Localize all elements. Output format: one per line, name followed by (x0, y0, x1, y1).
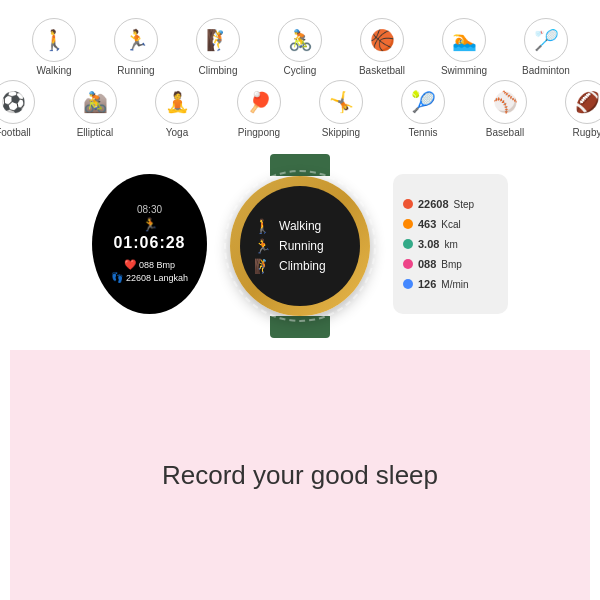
pingpong-icon: 🏓 (237, 80, 281, 124)
pingpong-label: Pingpong (238, 127, 280, 138)
activity-grid: 🚶 Walking 🏃 Running 🧗 Climbing 🚴 Cycling… (10, 18, 590, 138)
stat-steps: 22608 Step (403, 198, 498, 210)
menu-running[interactable]: 🏃 Running (254, 238, 346, 254)
rugby-icon: 🏈 (565, 80, 600, 124)
badminton-label: Badminton (522, 65, 570, 76)
activity-football[interactable]: ⚽ Football (0, 80, 47, 138)
kcal-unit: Kcal (441, 219, 460, 230)
running-icon: 🏃 (114, 18, 158, 62)
steps-unit: Step (454, 199, 475, 210)
climbing-menu-icon: 🧗 (254, 258, 271, 274)
running-label: Running (117, 65, 154, 76)
yoga-label: Yoga (166, 127, 188, 138)
heart-rate-value: 088 Bmp (139, 260, 175, 270)
activity-badminton[interactable]: 🏸 Badminton (512, 18, 580, 76)
walking-label: Walking (36, 65, 71, 76)
watch-screen: 🚶 Walking 🏃 Running 🧗 Climbing (240, 186, 360, 306)
activity-walking[interactable]: 🚶 Walking (20, 18, 88, 76)
stat-kcal: 463 Kcal (403, 218, 498, 230)
climbing-icon: 🧗 (196, 18, 240, 62)
stats-right-panel: 22608 Step 463 Kcal 3.08 km 088 Bmp 126 (393, 174, 508, 314)
running-menu-label: Running (279, 239, 324, 253)
activity-row-2: ⚽ Football 🚵 Elliptical 🧘 Yoga 🏓 Pingpon… (0, 80, 600, 138)
sleep-text: Record your good sleep (162, 460, 438, 491)
basketball-label: Basketball (359, 65, 405, 76)
km-unit: km (444, 239, 457, 250)
steps-value: 22608 Langkah (126, 273, 188, 283)
stat-bmp: 088 Bmp (403, 258, 498, 270)
elliptical-icon: 🚵 (73, 80, 117, 124)
pace-dot (403, 279, 413, 289)
activity-cycling[interactable]: 🚴 Cycling (266, 18, 334, 76)
bmp-val: 088 (418, 258, 436, 270)
activity-running[interactable]: 🏃 Running (102, 18, 170, 76)
steps-dot (403, 199, 413, 209)
activity-baseball[interactable]: ⚾ Baseball (471, 80, 539, 138)
sleep-section: Record your good sleep (10, 350, 590, 600)
tennis-label: Tennis (409, 127, 438, 138)
activity-basketball[interactable]: 🏀 Basketball (348, 18, 416, 76)
km-dot (403, 239, 413, 249)
walking-icon: 🚶 (32, 18, 76, 62)
stats-left-panel: 08:30 🏃 01:06:28 ❤️ 088 Bmp 👣 22608 Lang… (92, 174, 207, 314)
stat-km: 3.08 km (403, 238, 498, 250)
menu-walking[interactable]: 🚶 Walking (254, 218, 346, 234)
watch-section: 08:30 🏃 01:06:28 ❤️ 088 Bmp 👣 22608 Lang… (10, 154, 590, 334)
football-icon: ⚽ (0, 80, 35, 124)
football-label: Football (0, 127, 31, 138)
activity-row-1: 🚶 Walking 🏃 Running 🧗 Climbing 🚴 Cycling… (20, 18, 580, 76)
activity-tennis[interactable]: 🎾 Tennis (389, 80, 457, 138)
running-menu-icon: 🏃 (254, 238, 271, 254)
basketball-icon: 🏀 (360, 18, 404, 62)
pace-unit: M/min (441, 279, 468, 290)
menu-climbing[interactable]: 🧗 Climbing (254, 258, 346, 274)
heart-icon: ❤️ (124, 259, 136, 270)
baseball-icon: ⚾ (483, 80, 527, 124)
activity-skipping[interactable]: 🤸 Skipping (307, 80, 375, 138)
cycling-label: Cycling (284, 65, 317, 76)
stat-pace: 126 M/min (403, 278, 498, 290)
duration-display: 01:06:28 (113, 234, 185, 252)
skipping-label: Skipping (322, 127, 360, 138)
skipping-icon: 🤸 (319, 80, 363, 124)
km-val: 3.08 (418, 238, 439, 250)
activity-rugby[interactable]: 🏈 Rugby (553, 80, 600, 138)
time-display: 08:30 (137, 204, 162, 215)
bmp-unit: Bmp (441, 259, 462, 270)
heart-rate-row: ❤️ 088 Bmp (124, 259, 175, 270)
cycling-icon: 🚴 (278, 18, 322, 62)
steps-val: 22608 (418, 198, 449, 210)
activity-elliptical[interactable]: 🚵 Elliptical (61, 80, 129, 138)
watch-case: 🚶 Walking 🏃 Running 🧗 Climbing (230, 176, 370, 316)
steps-icon: 👣 (111, 272, 123, 283)
swimming-icon: 🏊 (442, 18, 486, 62)
activity-pingpong[interactable]: 🏓 Pingpong (225, 80, 293, 138)
watch-body: 🚶 Walking 🏃 Running 🧗 Climbing (215, 154, 385, 334)
activity-yoga[interactable]: 🧘 Yoga (143, 80, 211, 138)
walking-menu-label: Walking (279, 219, 321, 233)
activity-climbing[interactable]: 🧗 Climbing (184, 18, 252, 76)
exercise-icon: 🏃 (142, 217, 158, 232)
climbing-menu-label: Climbing (279, 259, 326, 273)
swimming-label: Swimming (441, 65, 487, 76)
tennis-icon: 🎾 (401, 80, 445, 124)
walking-menu-icon: 🚶 (254, 218, 271, 234)
bmp-dot (403, 259, 413, 269)
kcal-val: 463 (418, 218, 436, 230)
baseball-label: Baseball (486, 127, 524, 138)
climbing-label: Climbing (199, 65, 238, 76)
yoga-icon: 🧘 (155, 80, 199, 124)
pace-val: 126 (418, 278, 436, 290)
rugby-label: Rugby (573, 127, 600, 138)
activity-swimming[interactable]: 🏊 Swimming (430, 18, 498, 76)
badminton-icon: 🏸 (524, 18, 568, 62)
page-wrapper: 🚶 Walking 🏃 Running 🧗 Climbing 🚴 Cycling… (0, 0, 600, 600)
kcal-dot (403, 219, 413, 229)
elliptical-label: Elliptical (77, 127, 114, 138)
steps-row: 👣 22608 Langkah (111, 272, 188, 283)
